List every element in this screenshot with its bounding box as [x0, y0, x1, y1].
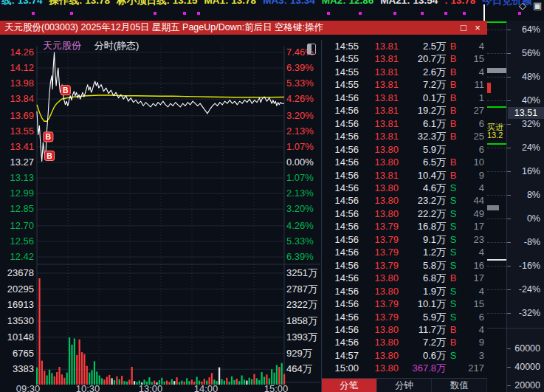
tape-direction: B	[446, 156, 461, 168]
tape-count: 25	[461, 130, 484, 142]
panel-switch-icon[interactable]	[307, 44, 316, 55]
price-axis-label: 13.69	[0, 111, 34, 121]
bg-green-line	[487, 106, 506, 108]
tape-count: 4	[461, 182, 484, 194]
tape-time: 15:00	[322, 362, 359, 374]
bg-percent-label: -16%	[519, 261, 540, 271]
bg-text-fragment: 买进 13.2	[487, 123, 506, 140]
time-axis-label: 13:00	[136, 384, 165, 392]
bg-percent-label: 24%	[522, 143, 540, 153]
price-axis-label: 13.55	[0, 126, 34, 137]
volume-axis-label: 23678	[0, 268, 34, 278]
tape-direction: B	[446, 40, 461, 52]
tab-分笔[interactable]: 分笔	[322, 379, 377, 392]
tape-volume: 6.1万	[399, 117, 446, 130]
tape-price: 13.81	[359, 104, 399, 117]
svg-text:B: B	[46, 132, 52, 141]
tape-volume: 19.2万	[399, 104, 446, 117]
tape-time: 14:56	[322, 104, 359, 117]
price-axis-label: 13.13	[0, 173, 34, 183]
price-axis-label: 13.41	[0, 142, 34, 152]
tape-row: 14:5613.7910.1万S15	[322, 298, 487, 310]
close-button[interactable]: ×	[472, 21, 483, 35]
tape-time: 14:56	[322, 298, 359, 310]
bg-percent-label: 32%	[522, 120, 540, 129]
tape-volume: 23.2万	[399, 194, 446, 207]
tape-row: 14:5613.795.9万S6	[322, 311, 487, 323]
price-axis-label: 13.84	[0, 94, 34, 104]
tape-time: 14:56	[322, 323, 359, 336]
amount-axis-label: 2787万	[286, 284, 317, 295]
time-axis-label: 10:30	[73, 384, 103, 392]
bg-green-line	[487, 21, 506, 23]
tape-volume: 10.1万	[399, 298, 446, 310]
volume-axis-label: 10148	[0, 332, 34, 343]
tape-time: 14:56	[322, 207, 359, 220]
tape-price: 13.80	[359, 207, 399, 220]
tape-row: 14:5613.805.9万6	[322, 143, 487, 156]
tape-direction: B	[446, 336, 461, 348]
tab-分钟[interactable]: 分钟	[377, 379, 433, 392]
tape-direction: S	[446, 220, 461, 233]
tape-price: 13.81	[359, 78, 399, 91]
tape-price: 13.79	[359, 233, 399, 246]
tape-price: 13.81	[359, 117, 399, 130]
tape-volume: 9.1万	[399, 233, 446, 246]
amount-axis-label: 929万	[286, 348, 312, 359]
tape-row: 14:5513.817.2万B11	[322, 78, 487, 91]
tape-price: 13.79	[359, 220, 399, 233]
volume-axis-label: 13530	[0, 316, 34, 326]
tape-count: 4	[461, 40, 484, 52]
time-axis-label: 09:30	[13, 384, 43, 392]
percent-axis-label: 4.26%	[286, 94, 314, 104]
tape-time: 14:57	[322, 349, 359, 362]
tape-row: 14:5613.791.2万S4	[322, 246, 487, 258]
tape-volume: 0.1万	[399, 92, 446, 104]
tape-time: 14:56	[322, 143, 359, 156]
tape-price: 13.80	[359, 272, 399, 284]
time-axis-label: 15:00	[261, 384, 291, 392]
bg-percent-label: 40%	[522, 96, 540, 106]
screen: 线: 13.74操作线: 13.78标小顶日线: 13.15MA1: 13.78…	[0, 0, 544, 392]
tape-count: 9	[461, 336, 484, 348]
indicator-value: MA21: 13.54	[380, 0, 438, 6]
tab-数值[interactable]: 数值	[432, 379, 487, 392]
bg-red-candle	[487, 83, 491, 93]
tape-direction: S	[446, 233, 461, 246]
price-axis-label: 13.27	[0, 157, 34, 168]
window-title: 天元股份(003003) 2025年12月05日 星期五 PageUp/Down…	[4, 22, 323, 32]
tape-volume: 7.2万	[399, 336, 446, 348]
tape-row: 14:5613.799.1万S23	[322, 233, 487, 246]
tape-price: 13.80	[359, 285, 399, 298]
tape-count: 23	[461, 233, 484, 246]
tape-price: 13.80	[359, 349, 399, 362]
tape-count: 16	[461, 259, 484, 272]
tape-time: 14:56	[322, 285, 359, 298]
tape-direction: B	[446, 52, 461, 65]
tape-time: 14:56	[322, 272, 359, 284]
tape-direction: S	[446, 246, 461, 258]
magenta-dot	[444, 12, 447, 15]
tape-time: 14:56	[322, 233, 359, 246]
favorite-diamond-icon[interactable]: ◇	[519, 1, 526, 10]
tape-row: 14:5713.800.6万S3	[322, 349, 487, 362]
bg-percent-label: -32%	[519, 309, 540, 318]
tape-count: 4	[461, 323, 484, 336]
tape-time: 14:56	[322, 130, 359, 142]
tape-time: 14:55	[322, 66, 359, 78]
tape-row: 14:5613.7916.8万S17	[322, 220, 487, 233]
tape-volume: 1.2万	[399, 246, 446, 258]
tape-time: 14:56	[322, 92, 359, 104]
tape-count: 1	[461, 92, 484, 104]
tape-direction: S	[446, 298, 461, 310]
tape-count: 49	[461, 207, 484, 220]
tape-count: 6	[461, 143, 484, 156]
panel-toggle-icon[interactable]: ▣	[533, 1, 542, 10]
window-titlebar[interactable]: 天元股份(003003) 2025年12月05日 星期五 PageUp/Down…	[0, 21, 487, 35]
maximize-button[interactable]: □	[458, 21, 469, 35]
tape-count: 17	[461, 220, 484, 233]
tape-direction: S	[446, 194, 461, 207]
bg-percent-label: -8%	[524, 238, 540, 247]
tape-price: 13.81	[359, 130, 399, 142]
tape-direction: S	[446, 259, 461, 272]
